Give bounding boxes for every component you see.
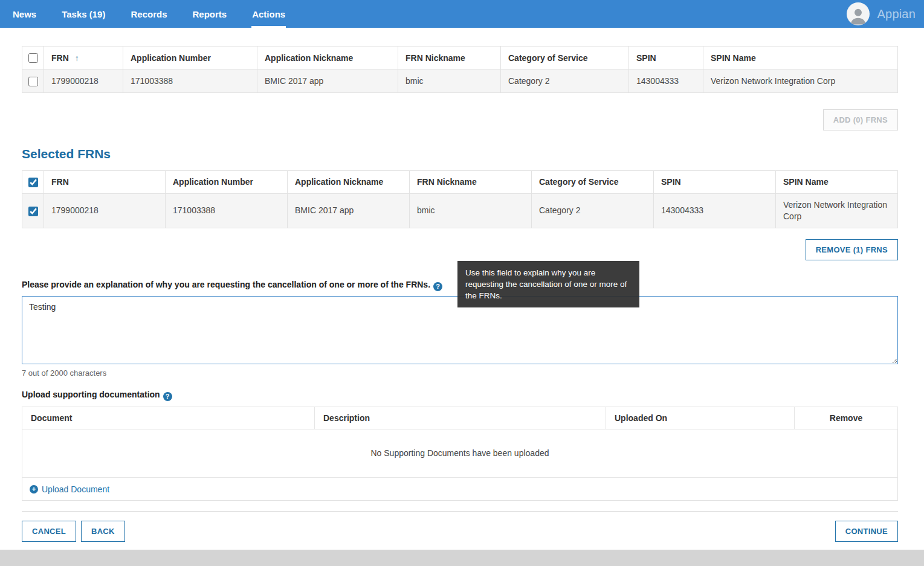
continue-button[interactable]: CONTINUE xyxy=(835,521,898,542)
nav-reports[interactable]: Reports xyxy=(179,0,239,28)
selected-frns-title: Selected FRNs xyxy=(22,147,898,161)
upload-documentation-label-text: Upload supporting documentation xyxy=(22,390,160,399)
nav-records[interactable]: Records xyxy=(118,0,179,28)
cell-frn-nickname: bmic xyxy=(398,69,501,92)
col-category-of-service: Category of Service xyxy=(532,170,654,193)
nav-right: Appian xyxy=(847,0,916,28)
selected-frns-header-row: FRN Application Number Application Nickn… xyxy=(22,170,898,193)
nav-actions[interactable]: Actions xyxy=(239,0,298,28)
table-row: 1799000218 171003388 BMIC 2017 app bmic … xyxy=(22,193,898,228)
col-remove: Remove xyxy=(795,407,898,429)
col-uploaded-on: Uploaded On xyxy=(606,407,795,429)
cell-application-nickname: BMIC 2017 app xyxy=(288,193,410,228)
cell-spin: 143004333 xyxy=(654,193,776,228)
col-frn-nickname: FRN Nickname xyxy=(398,47,501,69)
user-icon xyxy=(848,5,868,25)
cell-spin: 143004333 xyxy=(629,69,703,92)
upload-document-link-label: Upload Document xyxy=(42,484,109,494)
bottom-strip xyxy=(0,550,924,566)
col-frn-nickname: FRN Nickname xyxy=(410,170,532,193)
main-content: FRN↑ Application Number Application Nick… xyxy=(0,46,924,542)
col-frn-label: FRN xyxy=(51,53,69,63)
remove-frns-button[interactable]: REMOVE (1) FRNS xyxy=(806,239,898,260)
upload-documentation-label: Upload supporting documentation? xyxy=(22,390,898,401)
upload-document-link[interactable]: + Upload Document xyxy=(30,484,109,494)
col-application-nickname: Application Nickname xyxy=(288,170,410,193)
col-document: Document xyxy=(22,407,315,429)
sort-ascending-icon[interactable]: ↑ xyxy=(75,53,79,63)
explanation-label: Please provide an explanation of why you… xyxy=(22,280,430,289)
nav-items: News Tasks (19) Records Reports Actions xyxy=(0,0,298,28)
cell-frn-nickname: bmic xyxy=(410,193,532,228)
col-application-nickname: Application Nickname xyxy=(257,47,398,69)
col-frn: FRN↑ xyxy=(44,47,123,69)
cell-category-of-service: Category 2 xyxy=(501,69,629,92)
help-icon[interactable]: ? xyxy=(163,392,172,401)
add-frns-button[interactable]: ADD (0) FRNS xyxy=(823,109,898,130)
col-frn: FRN xyxy=(44,170,166,193)
cell-application-number: 171003388 xyxy=(123,69,257,92)
cell-spin-name: Verizon Network Integration Corp xyxy=(703,69,898,92)
footer-buttons: CANCEL BACK CONTINUE xyxy=(22,521,898,542)
col-application-number: Application Number xyxy=(123,47,257,69)
col-description: Description xyxy=(315,407,606,429)
table-row: 1799000218 171003388 BMIC 2017 app bmic … xyxy=(22,69,898,92)
col-spin-name: SPIN Name xyxy=(776,170,898,193)
cell-frn: 1799000218 xyxy=(44,193,166,228)
footer-divider xyxy=(22,511,898,512)
documents-table: Document Description Uploaded On Remove … xyxy=(22,407,898,501)
help-icon[interactable]: ? xyxy=(433,282,442,291)
empty-row: No Supporting Documents have been upload… xyxy=(22,429,898,477)
col-spin: SPIN xyxy=(629,47,703,69)
col-application-number: Application Number xyxy=(166,170,288,193)
cell-spin-name: Verizon Network Integration Corp xyxy=(776,193,898,228)
selected-select-all-checkbox[interactable] xyxy=(28,178,38,187)
col-category-of-service: Category of Service xyxy=(501,47,629,69)
plus-icon: + xyxy=(30,485,38,494)
top-nav: News Tasks (19) Records Reports Actions … xyxy=(0,0,924,28)
col-spin: SPIN xyxy=(654,170,776,193)
row-checkbox[interactable] xyxy=(28,207,38,216)
explanation-section: Use this field to explain why you are re… xyxy=(22,278,898,378)
nav-news[interactable]: News xyxy=(0,0,49,28)
remove-frns-row: REMOVE (1) FRNS xyxy=(22,239,898,260)
available-frns-table: FRN↑ Application Number Application Nick… xyxy=(22,46,898,93)
help-tooltip: Use this field to explain why you are re… xyxy=(457,261,639,307)
available-frns-header-row: FRN↑ Application Number Application Nick… xyxy=(22,47,898,69)
page: News Tasks (19) Records Reports Actions … xyxy=(0,0,924,566)
selected-frns-table: FRN Application Number Application Nickn… xyxy=(22,170,898,228)
character-counter: 7 out of 2000 characters xyxy=(22,368,898,378)
nav-tasks[interactable]: Tasks (19) xyxy=(49,0,118,28)
no-documents-message: No Supporting Documents have been upload… xyxy=(22,429,898,477)
brand-label: Appian xyxy=(877,7,916,21)
cell-category-of-service: Category 2 xyxy=(532,193,654,228)
avatar[interactable] xyxy=(847,2,870,25)
cancel-button[interactable]: CANCEL xyxy=(22,521,76,542)
upload-link-row: + Upload Document xyxy=(22,477,898,500)
add-frns-row: ADD (0) FRNS xyxy=(22,109,898,130)
col-spin-name: SPIN Name xyxy=(703,47,898,69)
cell-application-number: 171003388 xyxy=(166,193,288,228)
cell-frn: 1799000218 xyxy=(44,69,123,92)
back-button[interactable]: BACK xyxy=(81,521,125,542)
available-select-all-checkbox[interactable] xyxy=(28,53,38,63)
documents-header-row: Document Description Uploaded On Remove xyxy=(22,407,898,429)
row-checkbox[interactable] xyxy=(28,77,38,86)
cell-application-nickname: BMIC 2017 app xyxy=(257,69,398,92)
